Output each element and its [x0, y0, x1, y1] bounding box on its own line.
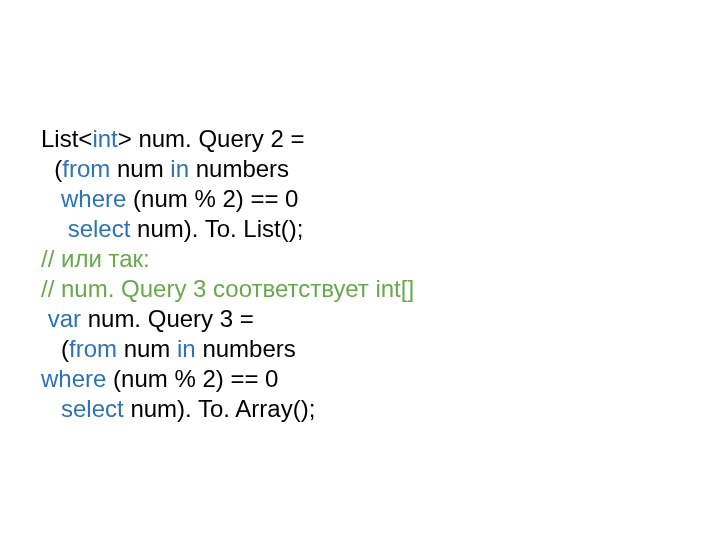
- code-text: [41, 305, 48, 332]
- comment-line: // или так:: [41, 245, 150, 272]
- code-text: numbers: [196, 335, 303, 362]
- code-text: (: [41, 335, 69, 362]
- code-text: num). To. Array();: [124, 395, 322, 422]
- keyword-in: in: [170, 155, 189, 182]
- code-text: numbers: [189, 155, 296, 182]
- code-text: (: [41, 155, 62, 182]
- code-text: List<: [41, 125, 92, 152]
- keyword-select: select: [61, 395, 124, 422]
- keyword-where: where: [61, 185, 126, 212]
- keyword-where: where: [41, 365, 106, 392]
- code-text: num. Query 3 =: [81, 305, 260, 332]
- slide: List<int> num. Query 2 = (from num in nu…: [0, 0, 720, 540]
- keyword-in: in: [177, 335, 196, 362]
- keyword-from: from: [69, 335, 117, 362]
- code-text: (num % 2) == 0: [106, 365, 285, 392]
- code-text: [41, 395, 61, 422]
- code-text: [41, 215, 68, 242]
- comment-line: // num. Query 3 соответствует int[]: [41, 275, 414, 302]
- keyword-var: var: [48, 305, 81, 332]
- code-text: num: [110, 155, 170, 182]
- keyword-from: from: [62, 155, 110, 182]
- code-block: List<int> num. Query 2 = (from num in nu…: [41, 124, 720, 424]
- code-text: num: [117, 335, 177, 362]
- code-text: [41, 185, 61, 212]
- code-text: (num % 2) == 0: [126, 185, 305, 212]
- code-text: num). To. List();: [130, 215, 310, 242]
- code-text: > num. Query 2 =: [118, 125, 311, 152]
- keyword-int: int: [92, 125, 117, 152]
- keyword-select: select: [68, 215, 131, 242]
